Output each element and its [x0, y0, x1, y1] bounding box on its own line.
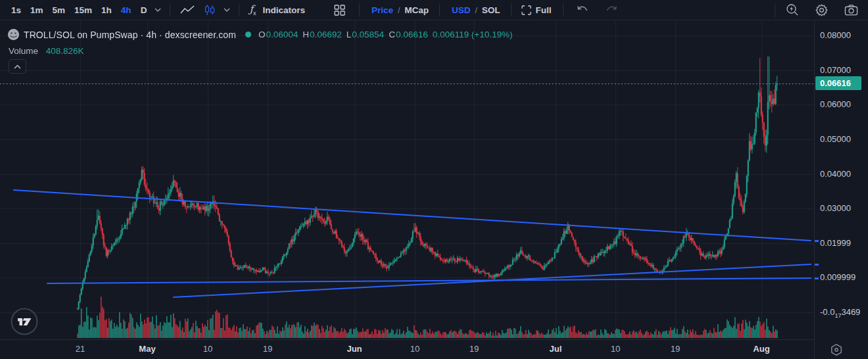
toolbar-divider [170, 3, 170, 16]
flash-search-icon[interactable] [781, 3, 804, 17]
toggle-slash: / [473, 5, 479, 15]
price-tick-label: 0.01999 [820, 238, 851, 248]
ohlc-key: C [389, 30, 395, 39]
camera-icon[interactable] [840, 4, 863, 16]
toolbar-divider [775, 4, 775, 17]
time-tick-label: 19 [263, 344, 272, 354]
collapse-legend-button[interactable] [9, 59, 26, 74]
trendline-axis-tick [815, 240, 819, 242]
timeframe-4h[interactable]: 4h [116, 5, 136, 15]
ohlc-key: O [258, 30, 266, 39]
trading-chart-app: 1s1m5m15m1h4hD ƒx Indicators [0, 0, 868, 359]
time-tick-label: 10 [410, 344, 420, 354]
toolbar-divider [511, 3, 512, 16]
time-tick-label: 10 [611, 344, 620, 354]
price-axis[interactable]: 0.06616 0.080000.070000.060000.050000.04… [814, 20, 868, 359]
tradingview-logo[interactable] [11, 308, 38, 338]
live-dot [245, 32, 251, 37]
timeframe-5m[interactable]: 5m [48, 5, 70, 15]
layout-grid-icon[interactable] [329, 5, 350, 16]
toolbar-divider [439, 3, 440, 16]
toolbar-right-group [769, 0, 863, 20]
toggle-slash: / [396, 5, 402, 15]
chart-legend: TROLL/SOL on PumpSwap · 4h · dexscreener… [8, 29, 512, 40]
ohlc-value: 0.06692 [310, 30, 342, 39]
gear-icon[interactable] [810, 3, 833, 17]
last-price-value: 0.06616 [820, 78, 851, 88]
ohlc-value: 0.06616 [396, 30, 428, 39]
price-change: 0.006119 (+10.19%) [433, 30, 513, 39]
toolbar-divider [563, 3, 564, 16]
indicators-button[interactable]: Indicators [260, 5, 308, 15]
fullscreen-button[interactable]: Full [517, 5, 556, 15]
time-tick-label: Jun [347, 344, 362, 354]
timeframe-D[interactable]: D [136, 5, 152, 15]
timeframe-15m[interactable]: 15m [70, 5, 97, 15]
time-tick-label: May [139, 344, 155, 354]
price-tick-label: 0.04000 [820, 169, 851, 179]
price-tick-label: 0.03000 [820, 203, 851, 213]
ohlc-value: 0.06004 [266, 30, 298, 39]
redo-icon[interactable] [600, 5, 623, 15]
fullscreen-label: Full [536, 5, 552, 15]
timeframe-1h[interactable]: 1h [97, 5, 116, 15]
last-price-badge: 0.06616 [815, 76, 861, 90]
trendline-axis-tick [815, 277, 819, 279]
ohlc-values: O0.06004H0.06692L0.05854C0.066160.006119… [258, 30, 513, 39]
ohlc-key: H [302, 30, 309, 39]
price-mode-active[interactable]: Price [372, 5, 393, 15]
mcap-mode[interactable]: MCap [404, 5, 429, 15]
price-tick-label: 0.009999 [820, 272, 856, 282]
usd-sol-toggle[interactable]: USD / SOL [449, 5, 503, 15]
timeframe-1m[interactable]: 1m [26, 5, 48, 15]
candlestick-icon[interactable] [199, 4, 220, 16]
time-tick-label: 19 [470, 344, 479, 354]
price-tick-label: 0.08000 [820, 30, 851, 40]
chart-pane[interactable]: TROLL/SOL on PumpSwap · 4h · dexscreener… [0, 20, 814, 339]
volume-indicator-row: Volume 408.826K [9, 46, 84, 56]
fullscreen-icon [521, 5, 531, 15]
time-tick-label: Jul [550, 344, 562, 354]
ohlc-key: L [347, 30, 352, 39]
hexagon-badge-icon[interactable] [830, 343, 843, 359]
candlestick-canvas[interactable] [0, 20, 814, 339]
pair-title: TROLL/SOL on PumpSwap · 4h · dexscreener… [24, 30, 236, 40]
price-tick-label: 0.05000 [820, 134, 851, 144]
trendline-axis-tick [815, 264, 819, 266]
volume-label: Volume [9, 46, 38, 56]
price-tick-label: 0.06000 [820, 99, 851, 109]
pair-avatar [8, 29, 19, 40]
line-chart-icon[interactable] [176, 5, 199, 14]
usd-mode-active[interactable]: USD [452, 5, 471, 15]
top-toolbar: 1s1m5m15m1h4hD ƒx Indicators [0, 0, 868, 20]
chart-type-chevron-down-icon[interactable] [220, 8, 233, 12]
sol-mode[interactable]: SOL [482, 5, 500, 15]
timeframe-1s[interactable]: 1s [7, 5, 26, 15]
price-tick-zero-label: -0.0173469 [820, 307, 860, 319]
time-tick-label: 21 [76, 344, 85, 354]
price-tick-label: 0.07000 [820, 65, 851, 75]
timeframe-group: 1s1m5m15m1h4hD [7, 5, 151, 15]
ohlc-value: 0.05854 [352, 30, 384, 39]
time-tick-label: 10 [203, 344, 212, 354]
undo-icon[interactable] [571, 5, 594, 15]
fx-indicators-icon[interactable]: ƒx Indicators [245, 3, 312, 16]
price-mcap-toggle[interactable]: Price / MCap [369, 5, 431, 15]
time-axis[interactable]: 21May1019Jun1019Jul1019Aug [0, 339, 814, 359]
time-tick-label: Aug [753, 344, 769, 354]
time-tick-label: 19 [671, 344, 680, 354]
toolbar-divider [239, 3, 239, 16]
fx-glyph: ƒx [249, 3, 256, 16]
timeframe-menu-chevron-down-icon[interactable] [151, 8, 164, 12]
collapse-icon [14, 64, 21, 69]
volume-value: 408.826K [46, 46, 84, 56]
toolbar-divider [359, 3, 360, 16]
